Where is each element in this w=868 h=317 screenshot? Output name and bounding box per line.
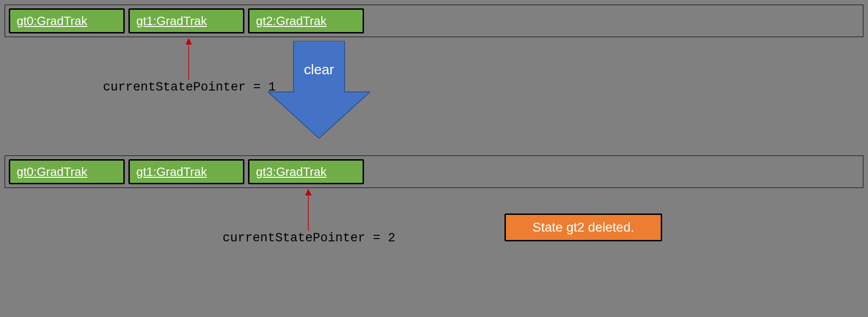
- state-label: gt2:GradTrak: [256, 14, 326, 28]
- callout-text: State gt2 deleted.: [532, 220, 634, 235]
- state-label: gt1:GradTrak: [136, 14, 207, 28]
- callout-deleted: State gt2 deleted.: [504, 213, 662, 241]
- pointer-arrow-before: [185, 38, 192, 80]
- svg-marker-2: [268, 41, 370, 138]
- svg-marker-1: [185, 38, 192, 45]
- state-label: gt1:GradTrak: [136, 165, 207, 179]
- state-label: gt0:GradTrak: [17, 165, 87, 179]
- pointer-label-before: currentStatePointer = 1: [103, 80, 276, 94]
- state-box: gt2:GradTrak: [248, 8, 364, 33]
- transition-arrow: [268, 41, 370, 138]
- state-box: gt1:GradTrak: [128, 8, 244, 33]
- state-label: gt0:GradTrak: [17, 14, 87, 28]
- state-list-before: gt0:GradTrak gt1:GradTrak gt2:GradTrak: [5, 5, 863, 37]
- transition-label: clear: [268, 62, 370, 78]
- pointer-arrow-after: [305, 189, 312, 231]
- state-box: gt0:GradTrak: [9, 159, 125, 184]
- state-box: gt1:GradTrak: [128, 159, 244, 184]
- state-label: gt3:GradTrak: [256, 165, 326, 179]
- state-list-after: gt0:GradTrak gt1:GradTrak gt3:GradTrak: [5, 155, 863, 188]
- svg-marker-4: [305, 189, 312, 195]
- state-box: gt3:GradTrak: [248, 159, 364, 184]
- state-box: gt0:GradTrak: [9, 8, 125, 33]
- pointer-label-after: currentStatePointer = 2: [223, 231, 396, 245]
